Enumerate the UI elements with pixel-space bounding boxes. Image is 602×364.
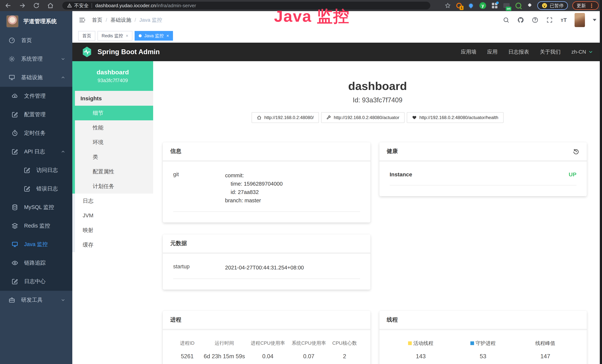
breadcrumb-separator: / (106, 17, 107, 23)
sba-brand[interactable]: Spring Boot Admin (81, 46, 160, 58)
tab-home[interactable]: 首页 (78, 31, 95, 41)
sba-item-environment[interactable]: 环境 (75, 135, 153, 150)
browser-forward-icon[interactable] (19, 2, 26, 9)
extension-badge: 1 (460, 6, 463, 10)
eye-icon (11, 260, 18, 266)
threads-daemon-value: 53 (452, 353, 514, 360)
instance-title: dashboard (153, 79, 602, 93)
avatar-caret-icon[interactable] (593, 19, 596, 21)
java-monitor-icon (11, 241, 18, 248)
threads-peak-value: 147 (514, 353, 576, 360)
threads-daemon-stat: 守护进程 53 (452, 340, 514, 360)
sidebar-item-trace[interactable]: 链路追踪 (0, 254, 72, 272)
extension-magnifier-icon[interactable] (515, 2, 522, 9)
sidebar-item-file-manage[interactable]: 文件管理 (0, 87, 72, 105)
sidebar-item-scheduled-task[interactable]: 定时任务 (0, 124, 72, 142)
sidebar-item-api-log[interactable]: API 日志 (0, 142, 72, 161)
sidebar-item-mysql-monitor[interactable]: MySQL 监控 (0, 198, 72, 217)
monitor-icon (9, 74, 15, 81)
sidebar-item-java-monitor[interactable]: Java 监控 (0, 235, 72, 254)
sba-item-caches[interactable]: 缓存 (75, 237, 153, 252)
app-logo-row[interactable]: 芋道管理系统 (0, 11, 72, 31)
sba-item-jvm[interactable]: JVM (75, 208, 153, 223)
tab-redis-monitor[interactable]: Redis 监控 × (97, 31, 132, 41)
header-actions: тT (503, 13, 596, 27)
extension-cors-icon[interactable]: 1 (455, 2, 463, 9)
actuator-url-button[interactable]: http://192.168.0.2:48080/actuator (321, 112, 405, 123)
chevron-down-icon (60, 56, 66, 62)
top-header: 首页 / 基础设施 / Java 监控 тT (72, 11, 602, 29)
legend-blue-icon (470, 341, 474, 345)
browser-toolbar: 不安全 dashboard.yudao.iocoder.cn /infra/ad… (0, 0, 602, 11)
extension-y-icon[interactable]: y (479, 2, 486, 9)
health-instance-row[interactable]: Instance UP (390, 171, 577, 185)
browser-home-icon[interactable] (47, 2, 54, 9)
breadcrumb-separator: / (135, 17, 136, 23)
sba-item-config-props[interactable]: 配置属性 (75, 164, 153, 179)
paused-label: 已暂停 (550, 3, 564, 9)
sidebar-item-infra[interactable]: 基础设施 (0, 68, 72, 87)
chevron-down-icon (588, 49, 593, 55)
extension-pin-icon[interactable] (467, 2, 475, 9)
browser-menu-icon[interactable]: ⋮ (589, 2, 594, 9)
sba-nav-applications[interactable]: 应用 (487, 48, 498, 55)
font-size-icon[interactable]: тT (561, 17, 567, 23)
sba-item-details[interactable]: 细节 (75, 106, 153, 120)
log-icon (24, 185, 30, 192)
sba-item-metrics[interactable]: 性能 (75, 120, 153, 135)
close-icon[interactable]: × (166, 33, 169, 38)
extension-on-icon[interactable]: on (503, 2, 510, 9)
address-bar[interactable]: 不安全 dashboard.yudao.iocoder.cn /infra/ad… (62, 2, 430, 10)
history-icon[interactable] (573, 148, 579, 155)
breadcrumb-infra[interactable]: 基础设施 (110, 17, 131, 23)
sba-nav-wallboard[interactable]: 应用墙 (461, 48, 476, 55)
sba-nav-journal[interactable]: 日志报表 (508, 48, 529, 55)
browser-update-button[interactable]: 更新 ⋮ (572, 1, 599, 10)
sidebar-item-system[interactable]: 系统管理 (0, 50, 72, 68)
process-col-uptime: 运行时间 6d 23h 15m 59s (201, 340, 247, 360)
on-badge: on (506, 7, 511, 11)
browser-back-icon[interactable] (5, 2, 11, 9)
not-secure-warning-icon (67, 3, 72, 8)
legend-yellow-icon (408, 341, 412, 345)
url-domain: dashboard.yudao.iocoder.cn (95, 3, 156, 9)
active-dot-icon (139, 34, 142, 37)
hamburger-icon[interactable] (78, 16, 86, 24)
metadata-card: 元数据 startup 2021-04-27T00:44:31.254+08:0… (163, 234, 370, 290)
sidebar-item-dev-tools[interactable]: 研发工具 (0, 291, 72, 309)
sba-nav-about[interactable]: 关于我们 (540, 48, 561, 55)
browser-reload-icon[interactable] (33, 2, 40, 9)
bookmark-star-icon[interactable] (445, 2, 451, 9)
threads-live-stat: 活动线程 143 (390, 340, 452, 360)
help-icon[interactable] (532, 17, 538, 23)
sba-app-name: dashboard (72, 69, 153, 76)
sba-item-classes[interactable]: 类 (75, 150, 153, 164)
search-icon[interactable] (503, 17, 509, 23)
extension-grid-icon[interactable] (491, 2, 498, 9)
extensions-puzzle-icon[interactable] (527, 2, 533, 9)
sidebar-item-error-log[interactable]: 错误日志 (0, 180, 72, 198)
user-avatar[interactable] (575, 13, 585, 27)
sba-item-loggers[interactable]: 日志 (75, 193, 153, 208)
threads-card-title: 线程 (379, 311, 587, 330)
health-url-button[interactable]: http://192.168.0.2:48080/actuator/health (407, 112, 504, 123)
profile-paused-chip[interactable]: 已暂停 (537, 1, 568, 10)
close-icon[interactable]: × (126, 33, 128, 38)
tab-java-monitor[interactable]: Java 监控 × (135, 31, 173, 41)
browser-scrollbar[interactable] (600, 0, 602, 364)
chevron-up-icon (60, 149, 66, 154)
sba-language-select[interactable]: zh-CN (571, 49, 593, 55)
sba-item-scheduled-tasks[interactable]: 计划任务 (75, 179, 153, 193)
breadcrumb-home[interactable]: 首页 (92, 17, 102, 23)
fullscreen-icon[interactable] (546, 17, 553, 23)
sidebar-item-access-log[interactable]: 访问日志 (0, 161, 72, 180)
github-icon[interactable] (517, 17, 524, 23)
sba-item-mappings[interactable]: 映射 (75, 223, 153, 237)
sidebar-item-config-manage[interactable]: 配置管理 (0, 105, 72, 124)
sba-app-header[interactable]: dashboard 93a3fc7f7409 (72, 61, 153, 91)
sidebar-item-log-center[interactable]: 日志中心 (0, 272, 72, 291)
sidebar-item-home[interactable]: 首页 (0, 31, 72, 50)
sidebar-item-redis-monitor[interactable]: Redis 监控 (0, 217, 72, 235)
service-url-button[interactable]: http://192.168.0.2:48080/ (252, 112, 319, 123)
sba-nav: 应用墙 应用 日志报表 关于我们 zh-CN (461, 48, 593, 55)
